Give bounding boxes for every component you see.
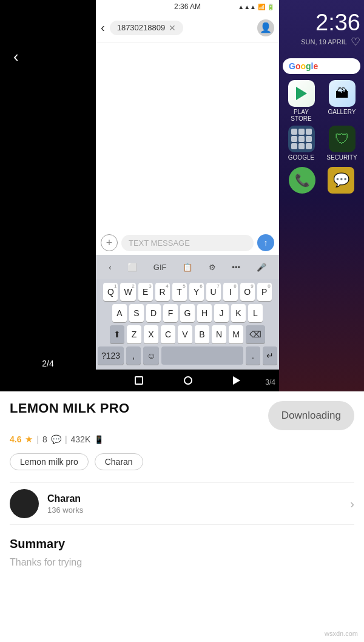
key-k[interactable]: K bbox=[231, 304, 246, 322]
keyboard-row-3: ⬆ Z X C V B N M ⌫ bbox=[98, 325, 277, 343]
key-d[interactable]: D bbox=[146, 304, 161, 322]
gallery-icon: 🏔 bbox=[329, 80, 356, 107]
summary-title: Summary bbox=[10, 537, 354, 551]
download-button[interactable]: Downloading bbox=[268, 401, 354, 430]
key-o[interactable]: O9 bbox=[240, 283, 255, 301]
key-x[interactable]: X bbox=[144, 325, 158, 343]
profile-icon[interactable]: 👤 bbox=[257, 19, 274, 36]
keyboard-gif-button[interactable]: GIF bbox=[153, 263, 167, 272]
messaging-back-button[interactable]: ‹ bbox=[101, 21, 105, 35]
summary-section: Summary Thanks for trying bbox=[10, 537, 354, 569]
keyboard-sticker-icon[interactable]: ⬜ bbox=[127, 263, 137, 272]
key-space[interactable] bbox=[161, 346, 243, 365]
key-i[interactable]: I8 bbox=[223, 283, 238, 301]
phone-app-icon[interactable]: 📞 bbox=[289, 167, 315, 194]
tag-charan[interactable]: Charan bbox=[95, 453, 143, 470]
gallery-back-arrow[interactable]: ‹ bbox=[13, 47, 19, 66]
play-store-icon bbox=[288, 80, 315, 107]
app-item-security[interactable]: 🛡 SECURITY bbox=[323, 126, 360, 161]
author-avatar bbox=[10, 489, 39, 518]
rating-row: 4.6 ★ | 8 💬 | 432K 📱 bbox=[10, 434, 354, 445]
keyboard-more-icon[interactable]: ••• bbox=[232, 263, 240, 272]
key-n[interactable]: N bbox=[212, 325, 226, 343]
app-title: LEMON MILK PRO bbox=[10, 401, 129, 416]
widget-date-row: SUN, 19 APRIL ♡ bbox=[283, 35, 360, 49]
key-symbols[interactable]: ?123 bbox=[98, 346, 124, 365]
play-store-label: PLAY STORE bbox=[283, 109, 320, 122]
contact-number: 18730218809 bbox=[117, 23, 166, 32]
key-f[interactable]: F bbox=[163, 304, 178, 322]
key-e[interactable]: E3 bbox=[138, 283, 153, 301]
chevron-right-icon: › bbox=[350, 497, 354, 511]
key-y[interactable]: Y6 bbox=[189, 283, 204, 301]
author-row[interactable]: Charan 136 works › bbox=[10, 482, 354, 525]
store-listing: LEMON MILK PRO Downloading 4.6 ★ | 8 💬 |… bbox=[0, 391, 364, 569]
author-info: Charan 136 works bbox=[47, 493, 342, 515]
status-time: 2:36 AM bbox=[174, 2, 201, 11]
messaging-app-bar: ‹ 18730218809 ✕ 👤 bbox=[96, 13, 279, 42]
google-search-bar[interactable]: Google bbox=[283, 58, 360, 74]
widget-clock: 2:36 bbox=[283, 11, 360, 34]
key-shift[interactable]: ⬆ bbox=[110, 325, 124, 343]
review-bubble-icon: 💬 bbox=[51, 434, 61, 444]
key-c[interactable]: C bbox=[161, 325, 175, 343]
key-p[interactable]: P0 bbox=[257, 283, 272, 301]
person-icon: 👤 bbox=[260, 22, 272, 33]
rating-number: 4.6 bbox=[10, 434, 21, 444]
attachment-button[interactable]: + bbox=[101, 234, 118, 251]
gallery-label: GALLERY bbox=[328, 109, 356, 115]
tag-lemon-milk-pro[interactable]: Lemon milk pro bbox=[10, 453, 89, 470]
nav-home-button[interactable] bbox=[184, 376, 192, 385]
author-name: Charan bbox=[47, 493, 342, 504]
key-l[interactable]: L bbox=[248, 304, 263, 322]
review-count: 8 bbox=[42, 434, 47, 444]
key-z[interactable]: Z bbox=[127, 325, 141, 343]
status-bar: 2:36 AM ▲▲▲ 📶 🔋 bbox=[96, 0, 279, 13]
key-u[interactable]: U7 bbox=[206, 283, 221, 301]
download-size: 432K bbox=[71, 434, 91, 444]
heart-icon: ♡ bbox=[351, 35, 360, 49]
keyboard-back-icon[interactable]: ‹ bbox=[109, 263, 111, 272]
keyboard-row-4: ?123 , ☺ . ↵ bbox=[98, 346, 277, 365]
signal-icon: ▲▲▲ bbox=[238, 4, 256, 10]
key-emoji[interactable]: ☺ bbox=[143, 346, 159, 365]
chat-app-icon[interactable]: 💬 bbox=[328, 167, 354, 194]
app-item-gallery[interactable]: 🏔 GALLERY bbox=[323, 80, 360, 122]
key-backspace[interactable]: ⌫ bbox=[246, 325, 265, 343]
message-input[interactable]: TEXT MESSAGE bbox=[121, 235, 254, 251]
key-a[interactable]: A bbox=[112, 304, 127, 322]
key-j[interactable]: J bbox=[214, 304, 229, 322]
google-grid-icon bbox=[291, 129, 312, 149]
keyboard-clipboard-icon[interactable]: 📋 bbox=[183, 263, 192, 272]
phone-screen: 2:36 AM ▲▲▲ 📶 🔋 ‹ 18730218809 ✕ 👤 + TEXT… bbox=[96, 0, 279, 391]
key-comma[interactable]: , bbox=[126, 346, 141, 365]
key-r[interactable]: R4 bbox=[155, 283, 170, 301]
bottom-nav bbox=[96, 370, 279, 391]
key-g[interactable]: G bbox=[180, 304, 195, 322]
key-w[interactable]: W2 bbox=[120, 283, 135, 301]
shield-icon: 🛡 bbox=[335, 130, 349, 147]
key-t[interactable]: T5 bbox=[172, 283, 187, 301]
contact-chip[interactable]: 18730218809 ✕ bbox=[110, 21, 184, 35]
key-s[interactable]: S bbox=[129, 304, 144, 322]
keyboard-mic-icon[interactable]: 🎤 bbox=[257, 263, 266, 272]
battery-icon: 🔋 bbox=[267, 4, 274, 10]
key-period[interactable]: . bbox=[246, 346, 260, 365]
app-item-play-store[interactable]: PLAY STORE bbox=[283, 80, 320, 122]
widget-date: SUN, 19 APRIL bbox=[301, 38, 347, 46]
app-item-google[interactable]: GOOGLE bbox=[283, 126, 320, 161]
key-enter[interactable]: ↵ bbox=[263, 346, 277, 365]
send-button[interactable]: ↑ bbox=[257, 234, 274, 251]
chip-remove-icon[interactable]: ✕ bbox=[169, 23, 176, 33]
key-h[interactable]: H bbox=[197, 304, 212, 322]
nav-back-button[interactable] bbox=[233, 376, 240, 385]
keyboard-settings-icon[interactable]: ⚙ bbox=[209, 263, 216, 272]
key-m[interactable]: M bbox=[229, 325, 243, 343]
nav-square-button[interactable] bbox=[135, 376, 143, 385]
google-app-icon bbox=[288, 126, 315, 152]
key-v[interactable]: V bbox=[178, 325, 192, 343]
status-icons: ▲▲▲ 📶 🔋 bbox=[238, 4, 274, 10]
key-q[interactable]: Q1 bbox=[103, 283, 118, 301]
key-b[interactable]: B bbox=[195, 325, 209, 343]
left-panel: ‹ 2/4 bbox=[0, 0, 96, 391]
